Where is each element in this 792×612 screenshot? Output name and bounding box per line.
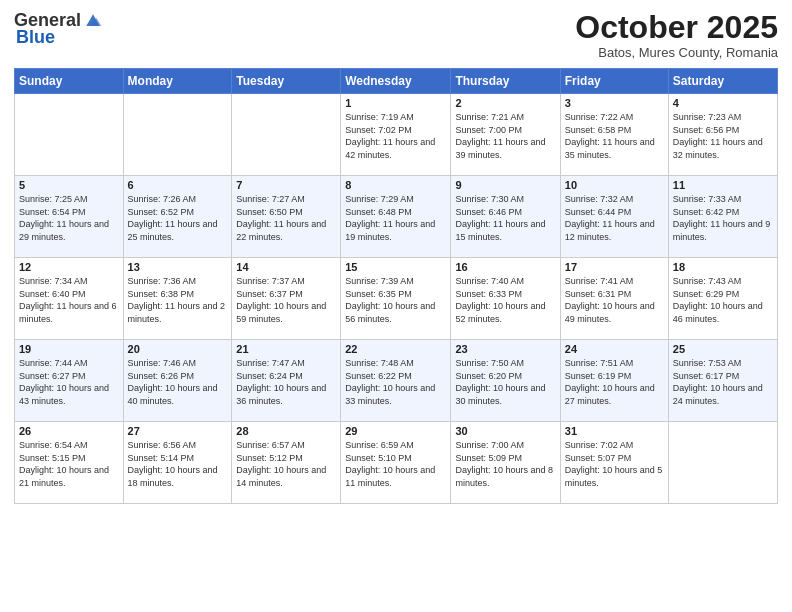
header-wednesday: Wednesday <box>341 69 451 94</box>
day-number: 31 <box>565 425 664 437</box>
table-row: 17Sunrise: 7:41 AM Sunset: 6:31 PM Dayli… <box>560 258 668 340</box>
day-info: Sunrise: 7:32 AM Sunset: 6:44 PM Dayligh… <box>565 193 664 243</box>
day-number: 20 <box>128 343 228 355</box>
month-title: October 2025 <box>575 10 778 45</box>
day-number: 3 <box>565 97 664 109</box>
title-block: October 2025 Batos, Mures County, Romani… <box>575 10 778 60</box>
day-info: Sunrise: 7:53 AM Sunset: 6:17 PM Dayligh… <box>673 357 773 407</box>
day-info: Sunrise: 7:48 AM Sunset: 6:22 PM Dayligh… <box>345 357 446 407</box>
day-number: 29 <box>345 425 446 437</box>
day-info: Sunrise: 7:00 AM Sunset: 5:09 PM Dayligh… <box>455 439 555 489</box>
calendar-week-row: 5Sunrise: 7:25 AM Sunset: 6:54 PM Daylig… <box>15 176 778 258</box>
table-row: 15Sunrise: 7:39 AM Sunset: 6:35 PM Dayli… <box>341 258 451 340</box>
header-saturday: Saturday <box>668 69 777 94</box>
day-info: Sunrise: 7:47 AM Sunset: 6:24 PM Dayligh… <box>236 357 336 407</box>
table-row <box>668 422 777 504</box>
table-row: 26Sunrise: 6:54 AM Sunset: 5:15 PM Dayli… <box>15 422 124 504</box>
day-info: Sunrise: 7:33 AM Sunset: 6:42 PM Dayligh… <box>673 193 773 243</box>
day-info: Sunrise: 7:29 AM Sunset: 6:48 PM Dayligh… <box>345 193 446 243</box>
day-number: 26 <box>19 425 119 437</box>
day-info: Sunrise: 7:34 AM Sunset: 6:40 PM Dayligh… <box>19 275 119 325</box>
day-info: Sunrise: 7:43 AM Sunset: 6:29 PM Dayligh… <box>673 275 773 325</box>
day-number: 10 <box>565 179 664 191</box>
table-row <box>15 94 124 176</box>
table-row: 19Sunrise: 7:44 AM Sunset: 6:27 PM Dayli… <box>15 340 124 422</box>
day-number: 15 <box>345 261 446 273</box>
day-number: 18 <box>673 261 773 273</box>
header-tuesday: Tuesday <box>232 69 341 94</box>
table-row: 14Sunrise: 7:37 AM Sunset: 6:37 PM Dayli… <box>232 258 341 340</box>
day-info: Sunrise: 7:19 AM Sunset: 7:02 PM Dayligh… <box>345 111 446 161</box>
weekday-header-row: Sunday Monday Tuesday Wednesday Thursday… <box>15 69 778 94</box>
day-info: Sunrise: 7:22 AM Sunset: 6:58 PM Dayligh… <box>565 111 664 161</box>
logo-icon <box>83 11 103 31</box>
day-info: Sunrise: 6:56 AM Sunset: 5:14 PM Dayligh… <box>128 439 228 489</box>
day-number: 6 <box>128 179 228 191</box>
table-row: 16Sunrise: 7:40 AM Sunset: 6:33 PM Dayli… <box>451 258 560 340</box>
logo-blue-text: Blue <box>16 27 55 48</box>
table-row: 10Sunrise: 7:32 AM Sunset: 6:44 PM Dayli… <box>560 176 668 258</box>
table-row: 30Sunrise: 7:00 AM Sunset: 5:09 PM Dayli… <box>451 422 560 504</box>
day-info: Sunrise: 7:46 AM Sunset: 6:26 PM Dayligh… <box>128 357 228 407</box>
header-monday: Monday <box>123 69 232 94</box>
table-row: 6Sunrise: 7:26 AM Sunset: 6:52 PM Daylig… <box>123 176 232 258</box>
day-number: 22 <box>345 343 446 355</box>
day-info: Sunrise: 7:26 AM Sunset: 6:52 PM Dayligh… <box>128 193 228 243</box>
table-row: 7Sunrise: 7:27 AM Sunset: 6:50 PM Daylig… <box>232 176 341 258</box>
day-number: 21 <box>236 343 336 355</box>
calendar-week-row: 1Sunrise: 7:19 AM Sunset: 7:02 PM Daylig… <box>15 94 778 176</box>
day-info: Sunrise: 7:37 AM Sunset: 6:37 PM Dayligh… <box>236 275 336 325</box>
day-number: 27 <box>128 425 228 437</box>
day-info: Sunrise: 7:30 AM Sunset: 6:46 PM Dayligh… <box>455 193 555 243</box>
calendar-week-row: 19Sunrise: 7:44 AM Sunset: 6:27 PM Dayli… <box>15 340 778 422</box>
page: General Blue October 2025 Batos, Mures C… <box>0 0 792 612</box>
day-number: 23 <box>455 343 555 355</box>
day-number: 28 <box>236 425 336 437</box>
table-row: 24Sunrise: 7:51 AM Sunset: 6:19 PM Dayli… <box>560 340 668 422</box>
table-row: 3Sunrise: 7:22 AM Sunset: 6:58 PM Daylig… <box>560 94 668 176</box>
table-row: 28Sunrise: 6:57 AM Sunset: 5:12 PM Dayli… <box>232 422 341 504</box>
header-friday: Friday <box>560 69 668 94</box>
day-info: Sunrise: 7:51 AM Sunset: 6:19 PM Dayligh… <box>565 357 664 407</box>
day-info: Sunrise: 7:25 AM Sunset: 6:54 PM Dayligh… <box>19 193 119 243</box>
day-number: 12 <box>19 261 119 273</box>
day-number: 5 <box>19 179 119 191</box>
table-row: 20Sunrise: 7:46 AM Sunset: 6:26 PM Dayli… <box>123 340 232 422</box>
calendar-week-row: 26Sunrise: 6:54 AM Sunset: 5:15 PM Dayli… <box>15 422 778 504</box>
day-info: Sunrise: 6:54 AM Sunset: 5:15 PM Dayligh… <box>19 439 119 489</box>
day-info: Sunrise: 7:21 AM Sunset: 7:00 PM Dayligh… <box>455 111 555 161</box>
table-row: 9Sunrise: 7:30 AM Sunset: 6:46 PM Daylig… <box>451 176 560 258</box>
day-number: 11 <box>673 179 773 191</box>
day-info: Sunrise: 7:02 AM Sunset: 5:07 PM Dayligh… <box>565 439 664 489</box>
table-row: 8Sunrise: 7:29 AM Sunset: 6:48 PM Daylig… <box>341 176 451 258</box>
table-row: 27Sunrise: 6:56 AM Sunset: 5:14 PM Dayli… <box>123 422 232 504</box>
day-info: Sunrise: 7:40 AM Sunset: 6:33 PM Dayligh… <box>455 275 555 325</box>
header-thursday: Thursday <box>451 69 560 94</box>
day-info: Sunrise: 7:27 AM Sunset: 6:50 PM Dayligh… <box>236 193 336 243</box>
header-sunday: Sunday <box>15 69 124 94</box>
day-number: 30 <box>455 425 555 437</box>
day-number: 16 <box>455 261 555 273</box>
calendar-week-row: 12Sunrise: 7:34 AM Sunset: 6:40 PM Dayli… <box>15 258 778 340</box>
location-subtitle: Batos, Mures County, Romania <box>575 45 778 60</box>
table-row: 31Sunrise: 7:02 AM Sunset: 5:07 PM Dayli… <box>560 422 668 504</box>
table-row: 23Sunrise: 7:50 AM Sunset: 6:20 PM Dayli… <box>451 340 560 422</box>
day-number: 25 <box>673 343 773 355</box>
day-number: 4 <box>673 97 773 109</box>
table-row <box>232 94 341 176</box>
day-number: 7 <box>236 179 336 191</box>
table-row: 13Sunrise: 7:36 AM Sunset: 6:38 PM Dayli… <box>123 258 232 340</box>
day-number: 2 <box>455 97 555 109</box>
day-info: Sunrise: 7:39 AM Sunset: 6:35 PM Dayligh… <box>345 275 446 325</box>
table-row: 21Sunrise: 7:47 AM Sunset: 6:24 PM Dayli… <box>232 340 341 422</box>
table-row: 22Sunrise: 7:48 AM Sunset: 6:22 PM Dayli… <box>341 340 451 422</box>
day-number: 8 <box>345 179 446 191</box>
table-row: 4Sunrise: 7:23 AM Sunset: 6:56 PM Daylig… <box>668 94 777 176</box>
day-info: Sunrise: 7:44 AM Sunset: 6:27 PM Dayligh… <box>19 357 119 407</box>
table-row: 12Sunrise: 7:34 AM Sunset: 6:40 PM Dayli… <box>15 258 124 340</box>
logo: General Blue <box>14 10 103 48</box>
day-number: 17 <box>565 261 664 273</box>
table-row: 1Sunrise: 7:19 AM Sunset: 7:02 PM Daylig… <box>341 94 451 176</box>
table-row: 29Sunrise: 6:59 AM Sunset: 5:10 PM Dayli… <box>341 422 451 504</box>
table-row: 2Sunrise: 7:21 AM Sunset: 7:00 PM Daylig… <box>451 94 560 176</box>
